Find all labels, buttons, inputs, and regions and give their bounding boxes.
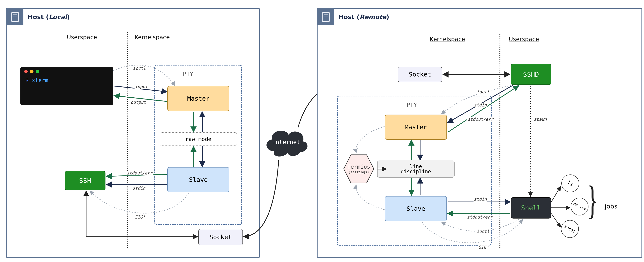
remote-line-discipline: line discipline	[377, 160, 454, 178]
jobs-brace: }	[586, 177, 598, 223]
lbl-ioctl-l: ioctl	[132, 66, 146, 71]
jobs-label: jobs	[605, 203, 617, 210]
lbl-stdin-l: stdin	[132, 186, 146, 190]
xterm-window: $ xterm	[20, 67, 113, 105]
local-userspace-label: Userspace	[67, 34, 97, 41]
zoom-dot	[36, 70, 39, 73]
lbl-input: input	[134, 84, 148, 89]
internet-label: internet	[272, 139, 300, 145]
xterm-titlebar	[21, 67, 43, 76]
job-socat: socat	[558, 217, 582, 241]
host-local-title: Host (Local)	[28, 13, 70, 21]
remote-socket: Socket	[398, 67, 442, 82]
close-dot	[24, 70, 28, 73]
svg-line-20	[551, 186, 560, 202]
local-ssh: SSH	[65, 171, 106, 190]
local-kernelspace-label: Kernelspace	[134, 34, 170, 41]
host-local: Host (Local) Userspace Kernelspace $ xte…	[6, 8, 260, 258]
svg-line-22	[551, 214, 560, 227]
local-raw-mode: raw mode	[160, 132, 237, 146]
lbl-output: output	[130, 100, 146, 105]
termios-label: Termios	[347, 164, 370, 170]
lbl-sig-r: SIG*	[478, 245, 489, 250]
remote-pty-label: PTY	[406, 102, 417, 108]
host-local-header: Host (Local)	[7, 9, 70, 25]
local-slave: Slave	[168, 167, 229, 192]
minimize-dot	[30, 70, 34, 73]
host-icon	[318, 9, 334, 25]
lbl-spawn: spawn	[534, 117, 547, 122]
termios-sub: (settings)	[348, 170, 369, 174]
remote-sshd: SSHD	[511, 64, 551, 85]
local-socket: Socket	[198, 229, 243, 245]
host-remote-header: Host (Remote)	[318, 9, 389, 25]
lbl-stdoe-r1: stdout/err	[467, 117, 494, 122]
diagram-canvas: Host (Local) Userspace Kernelspace $ xte…	[2, 2, 644, 262]
local-pty-label: PTY	[183, 71, 193, 77]
remote-shell: Shell	[511, 197, 551, 219]
remote-divider	[500, 34, 500, 248]
lbl-stdin-r1: stdin	[474, 103, 487, 108]
remote-master: Master	[385, 115, 447, 140]
lbl-ioctl-r: ioctl	[476, 90, 490, 94]
remote-termios: Termios (settings)	[340, 153, 377, 184]
job-ls: ls	[558, 171, 582, 196]
local-master: Master	[168, 86, 229, 111]
remote-userspace-label: Userspace	[509, 36, 539, 42]
ld-line1: line	[401, 164, 431, 169]
internet-cloud: internet	[264, 126, 308, 158]
local-divider	[127, 32, 128, 248]
lbl-stdin-r2: stdin	[474, 197, 487, 202]
lbl-stdoe-r2: stdout/err	[466, 215, 493, 220]
remote-kernelspace-label: Kernelspace	[430, 36, 465, 42]
host-icon	[7, 9, 24, 25]
xterm-body: $ xterm	[21, 76, 53, 85]
host-remote: Host (Remote) Kernelspace Userspace Sock…	[317, 8, 642, 258]
host-remote-title: Host (Remote)	[338, 13, 389, 21]
lbl-ioctl-r2: ioctl	[476, 229, 490, 234]
remote-slave: Slave	[385, 196, 447, 221]
ld-line2: discipline	[401, 169, 431, 174]
lbl-stdoe-l: stdout/err	[126, 171, 153, 175]
lbl-sig-l: SIG*	[134, 215, 146, 220]
